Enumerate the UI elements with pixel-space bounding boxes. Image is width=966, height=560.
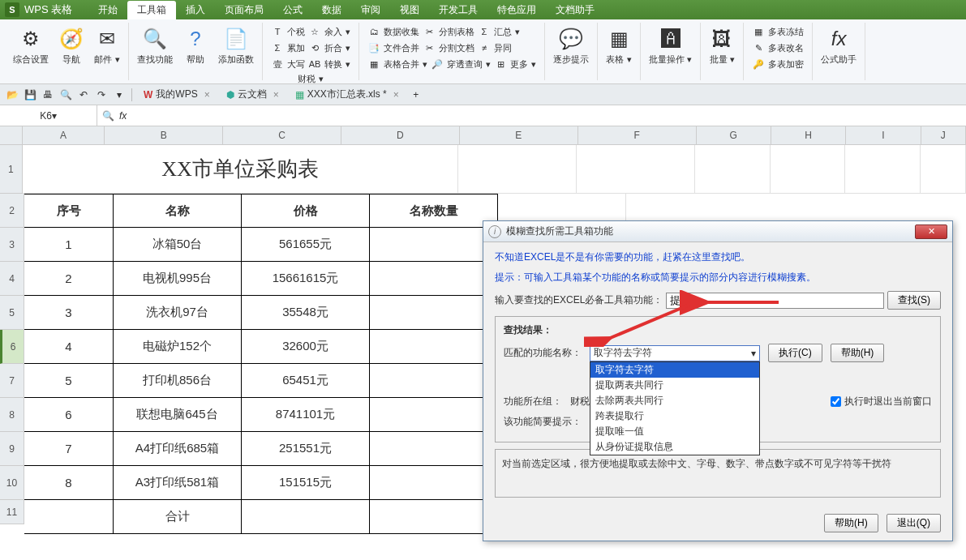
exit-button[interactable]: 退出(Q) — [887, 514, 941, 532]
btn-collect[interactable]: 🗂数据收集 ✂分割表格 Σ汇总 ▾ — [364, 24, 539, 39]
table-cell[interactable]: 电磁炉152个 — [114, 330, 242, 364]
table-header[interactable]: 序号 — [24, 194, 114, 228]
table-cell[interactable] — [370, 296, 498, 330]
table-cell[interactable] — [370, 228, 498, 262]
combo-item[interactable]: 提取唯一值 — [590, 424, 759, 439]
menu-insert[interactable]: 插入 — [176, 1, 215, 19]
menu-data[interactable]: 数据 — [312, 1, 351, 19]
menu-view[interactable]: 视图 — [390, 1, 429, 19]
table-cell[interactable]: 1 — [24, 228, 114, 262]
btn-batch[interactable]: 🅰批量操作 ▾ — [646, 24, 695, 67]
table-cell[interactable]: 151515元 — [242, 466, 370, 500]
table-cell[interactable]: 561655元 — [242, 228, 370, 262]
table-cell[interactable]: 冰箱50台 — [114, 228, 242, 262]
qat-open-icon[interactable]: 📂 — [5, 88, 19, 102]
col-H[interactable]: H — [771, 126, 846, 144]
select-all-corner[interactable] — [0, 126, 23, 144]
exit-checkbox[interactable]: 执行时退出当前窗口 — [831, 395, 932, 408]
dialog-close-button[interactable]: ✕ — [915, 224, 947, 239]
total-label[interactable]: 合计 — [114, 500, 242, 534]
search-input[interactable] — [666, 293, 884, 309]
btn-tblmerge[interactable]: ▦表格合并 ▾ 🔎穿透查询 ▾ ⊞更多 ▾ — [364, 57, 539, 71]
dialog-titlebar[interactable]: i 模糊查找所需工具箱功能 ✕ — [483, 221, 952, 242]
menu-start[interactable]: 开始 — [88, 1, 127, 19]
btn-finance[interactable]: 财税 ▾ — [294, 71, 326, 87]
table-cell[interactable]: 15661615元 — [242, 262, 370, 296]
table-cell[interactable]: A3打印纸581箱 — [114, 466, 242, 500]
table-cell[interactable]: 8741101元 — [242, 398, 370, 432]
table-cell[interactable]: 联想电脑645台 — [114, 398, 242, 432]
table-cell[interactable]: 251551元 — [242, 432, 370, 466]
search-button[interactable]: 查找(S) — [887, 291, 941, 310]
menu-dochelper[interactable]: 文档助手 — [546, 1, 604, 19]
btn-rename[interactable]: ✎多表改名 — [749, 41, 807, 55]
table-cell[interactable]: 电视机995台 — [114, 262, 242, 296]
table-cell[interactable]: 4 — [24, 330, 114, 364]
col-A[interactable]: A — [23, 126, 105, 144]
table-cell[interactable] — [370, 398, 498, 432]
table-cell[interactable]: 7 — [24, 432, 114, 466]
menu-formula[interactable]: 公式 — [273, 1, 312, 19]
btn-table[interactable]: ▦表格 ▾ — [603, 24, 635, 67]
table-cell[interactable] — [370, 466, 498, 500]
table-cell[interactable]: 3 — [24, 296, 114, 330]
qat-more-icon[interactable]: ▾ — [112, 88, 127, 102]
qat-preview-icon[interactable]: 🔍 — [58, 88, 73, 102]
qat-redo-icon[interactable]: ↷ — [94, 88, 109, 102]
table-cell[interactable]: 32600元 — [242, 330, 370, 364]
col-F[interactable]: F — [578, 126, 697, 144]
table-cell[interactable]: 65451元 — [242, 364, 370, 398]
btn-step[interactable]: 💬逐步提示 — [550, 24, 592, 67]
table-header[interactable]: 名称 — [114, 194, 242, 228]
combo-item[interactable]: 跨表提取行 — [590, 408, 759, 424]
col-J[interactable]: J — [921, 126, 966, 144]
btn-mail[interactable]: ✉邮件 ▾ — [91, 24, 123, 67]
tab-cloud[interactable]: ⬢云文档× — [220, 86, 286, 103]
table-cell[interactable] — [370, 330, 498, 364]
table-cell[interactable]: 6 — [24, 398, 114, 432]
btn-fxhelper[interactable]: fx公式助手 — [818, 24, 860, 67]
table-cell[interactable]: 35548元 — [242, 296, 370, 330]
col-B[interactable]: B — [105, 126, 223, 144]
help-button-2[interactable]: 帮助(H) — [824, 514, 878, 532]
menu-dev[interactable]: 开发工具 — [429, 1, 487, 19]
btn-batch2[interactable]: 🖼批量 ▾ — [706, 24, 738, 67]
col-I[interactable]: I — [846, 126, 921, 144]
tab-add-icon[interactable]: + — [409, 88, 423, 102]
qat-undo-icon[interactable]: ↶ — [76, 88, 91, 102]
table-header[interactable]: 价格 — [242, 194, 370, 228]
table-cell[interactable]: 2 — [24, 262, 114, 296]
table-cell[interactable] — [370, 364, 498, 398]
name-box[interactable]: K6 ▾ — [0, 105, 97, 126]
combo-item[interactable]: 提取两表共同行 — [590, 378, 759, 393]
table-cell[interactable]: A4打印纸685箱 — [114, 432, 242, 466]
btn-tax[interactable]: T个税 ☆余入 ▾ — [268, 24, 354, 39]
col-D[interactable]: D — [341, 126, 460, 144]
combo-item[interactable]: 从身份证提取信息 — [590, 439, 759, 455]
menu-review[interactable]: 审阅 — [351, 1, 390, 19]
table-header[interactable]: 名称数量 — [370, 194, 498, 228]
table-cell[interactable]: 5 — [24, 364, 114, 398]
table-cell[interactable] — [370, 432, 498, 466]
tab-mywps[interactable]: W我的WPS× — [137, 86, 217, 103]
menu-special[interactable]: 特色应用 — [487, 1, 546, 19]
table-cell[interactable]: 8 — [24, 466, 114, 500]
btn-nav[interactable]: 🧭导航 — [55, 24, 88, 67]
close-icon[interactable]: × — [273, 89, 279, 100]
fx-icon[interactable]: fx — [119, 110, 127, 122]
col-E[interactable]: E — [460, 126, 578, 144]
table-cell[interactable]: 打印机856台 — [114, 364, 242, 398]
sheet-title[interactable]: XX市单位采购表 — [23, 145, 459, 194]
combo-item[interactable]: 取字符去字符 — [590, 362, 759, 378]
col-C[interactable]: C — [223, 126, 341, 144]
btn-find[interactable]: 🔍查找功能 — [134, 24, 176, 67]
btn-settings[interactable]: ⚙综合设置 — [10, 24, 52, 67]
help-button[interactable]: 帮助(H) — [831, 344, 885, 362]
qat-print-icon[interactable]: 🖶 — [41, 88, 55, 102]
btn-merge[interactable]: 📑文件合并 ✂分割文档 ≠异同 — [364, 41, 539, 55]
menu-layout[interactable]: 页面布局 — [215, 1, 273, 19]
search-icon[interactable]: 🔍 — [102, 110, 114, 122]
btn-upper[interactable]: 壹大写 AB转换 ▾ — [268, 57, 354, 71]
execute-button[interactable]: 执行(C) — [768, 344, 822, 362]
close-icon[interactable]: × — [393, 89, 399, 100]
